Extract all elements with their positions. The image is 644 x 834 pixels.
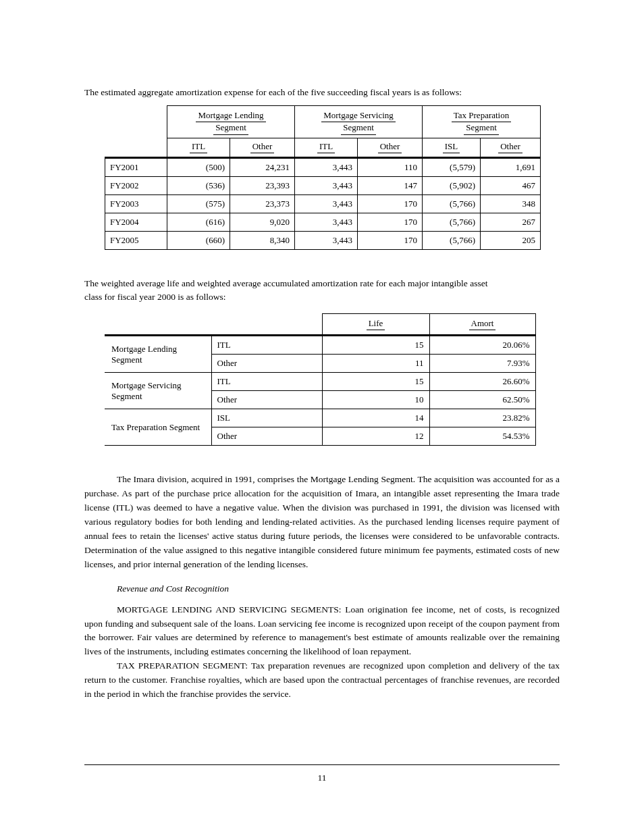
life-cell: 11 — [322, 355, 429, 373]
cell: 3,443 — [295, 194, 358, 213]
t1-group-1: Mortgage Servicing Segment — [295, 106, 423, 138]
para-tax: TAX PREPARATION SEGMENT: Tax preparation… — [84, 659, 560, 702]
table-row: Mortgage Servicing SegmentITL1526.60% — [105, 373, 535, 391]
t1-sub-1: Other — [230, 138, 295, 157]
amort-cell: 7.93% — [429, 355, 535, 373]
cell: 3,443 — [295, 157, 358, 176]
cell: 3,443 — [295, 213, 358, 231]
cell: 23,393 — [230, 176, 295, 194]
cell: 9,020 — [230, 213, 295, 231]
cell: 3,443 — [295, 176, 358, 194]
amortization-schedule-table: Mortgage Lending Segment Mortgage Servic… — [105, 105, 541, 250]
row-label: FY2003 — [105, 194, 167, 213]
cell: (5,766) — [423, 194, 481, 213]
t1-group-2: Tax Preparation Segment — [423, 106, 541, 138]
life-cell: 15 — [322, 336, 429, 355]
category-label: ITL — [211, 373, 322, 391]
cell: (575) — [167, 194, 230, 213]
para-imara: The Imara division, acquired in 1991, co… — [84, 473, 560, 571]
row-label: FY2004 — [105, 213, 167, 231]
category-label: Other — [211, 355, 322, 373]
life-cell: 15 — [322, 373, 429, 391]
cell: (616) — [167, 213, 230, 231]
amort-cell: 62.50% — [429, 391, 535, 409]
t2-body: Mortgage Lending SegmentITL1520.06%Other… — [105, 336, 535, 446]
t1-sub-2: ITL — [295, 138, 358, 157]
cell: (660) — [167, 231, 230, 249]
body-text: The Imara division, acquired in 1991, co… — [84, 473, 560, 702]
t1-sub-4: ISL — [423, 138, 481, 157]
table1-title: The estimated aggregate amortization exp… — [84, 86, 560, 99]
table-row: Tax Preparation SegmentISL1423.82% — [105, 409, 535, 427]
amort-cell: 26.60% — [429, 373, 535, 391]
cell: 1,691 — [481, 157, 541, 176]
cell: 110 — [358, 157, 423, 176]
cell: 147 — [358, 176, 423, 194]
table-row: Mortgage Lending SegmentITL1520.06% — [105, 336, 535, 355]
table2-title: The weighted average life and weighted a… — [84, 277, 560, 305]
t2-h-amort: Amort — [429, 314, 535, 336]
cell: 170 — [358, 194, 423, 213]
category-label: ISL — [211, 409, 322, 427]
cell: 8,340 — [230, 231, 295, 249]
row-label: FY2002 — [105, 176, 167, 194]
cell: 467 — [481, 176, 541, 194]
table-row: FY2003(575)23,3733,443170(5,766)348 — [105, 194, 541, 213]
table-row: FY2005(660)8,3403,443170(5,766)205 — [105, 231, 541, 249]
footer-rule — [84, 764, 560, 765]
amort-cell: 54.53% — [429, 427, 535, 446]
section-head-revenue: Revenue and Cost Recognition — [84, 582, 560, 596]
weighted-average-table: Life Amort Mortgage Lending SegmentITL15… — [105, 313, 536, 446]
group-label: Mortgage Lending Segment — [105, 336, 211, 373]
amort-cell: 23.82% — [429, 409, 535, 427]
cell: 3,443 — [295, 231, 358, 249]
cell: 348 — [481, 194, 541, 213]
cell: (5,902) — [423, 176, 481, 194]
cell: (5,579) — [423, 157, 481, 176]
group-label: Mortgage Servicing Segment — [105, 373, 211, 409]
category-label: Other — [211, 391, 322, 409]
t1-group-0: Mortgage Lending Segment — [167, 106, 295, 138]
life-cell: 10 — [322, 391, 429, 409]
cell: 170 — [358, 213, 423, 231]
page-number: 11 — [0, 773, 644, 783]
cell: 23,373 — [230, 194, 295, 213]
life-cell: 12 — [322, 427, 429, 446]
table-row: FY2001(500)24,2313,443110(5,579)1,691 — [105, 157, 541, 176]
table-row: FY2002(536)23,3933,443147(5,902)467 — [105, 176, 541, 194]
t1-sub-3: Other — [358, 138, 423, 157]
cell: (536) — [167, 176, 230, 194]
row-label: FY2001 — [105, 157, 167, 176]
group-label: Tax Preparation Segment — [105, 409, 211, 446]
amort-cell: 20.06% — [429, 336, 535, 355]
cell: (5,766) — [423, 213, 481, 231]
cell: 267 — [481, 213, 541, 231]
t2-h-life: Life — [322, 314, 429, 336]
category-label: Other — [211, 427, 322, 446]
t1-sub-0: ITL — [167, 138, 230, 157]
para-mortgage: MORTGAGE LENDING AND SERVICING SEGMENTS:… — [84, 603, 560, 660]
row-label: FY2005 — [105, 231, 167, 249]
cell: (5,766) — [423, 231, 481, 249]
t1-body: FY2001(500)24,2313,443110(5,579)1,691FY2… — [105, 157, 541, 249]
life-cell: 14 — [322, 409, 429, 427]
cell: 24,231 — [230, 157, 295, 176]
cell: (500) — [167, 157, 230, 176]
t1-sub-5: Other — [481, 138, 541, 157]
category-label: ITL — [211, 336, 322, 355]
cell: 205 — [481, 231, 541, 249]
table-row: FY2004(616)9,0203,443170(5,766)267 — [105, 213, 541, 231]
cell: 170 — [358, 231, 423, 249]
